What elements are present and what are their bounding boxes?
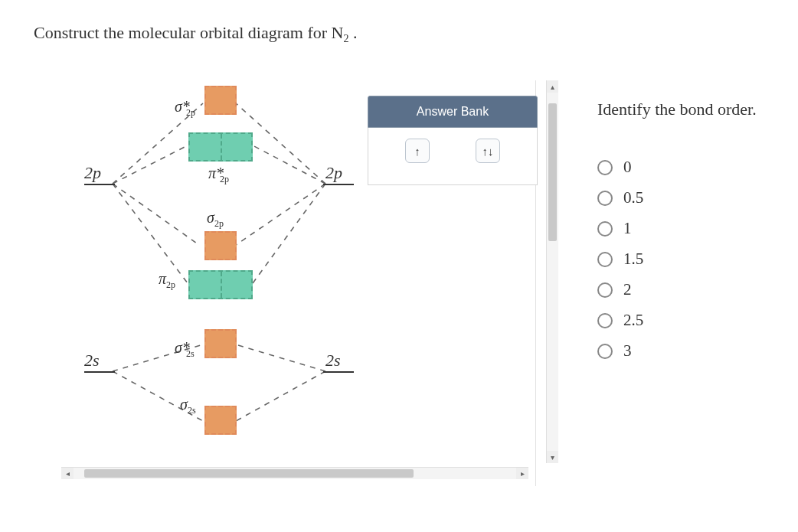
scroll-thumb-h[interactable]	[84, 469, 414, 478]
answer-bank-title: Answer Bank	[368, 96, 538, 128]
bond-order-option[interactable]: 0	[597, 158, 757, 177]
option-label: 2	[623, 280, 632, 299]
answer-bank: Answer Bank ↑ ↑↓	[368, 96, 538, 185]
label-sigma2p: σ2p	[207, 209, 224, 230]
label-sigma2s-star: σ*2s	[175, 339, 195, 360]
option-label: 3	[623, 341, 632, 361]
slot-pi2p-star[interactable]	[188, 132, 253, 162]
scroll-thumb-v[interactable]	[548, 103, 557, 241]
svg-line-1	[113, 145, 188, 184]
bond-order-option[interactable]: 0.5	[597, 188, 757, 207]
option-label: 0.5	[623, 188, 643, 207]
radio-icon	[597, 344, 613, 359]
radio-icon	[597, 313, 613, 328]
slot-pi2p[interactable]	[188, 270, 253, 299]
svg-line-5	[253, 145, 325, 184]
svg-line-2	[113, 184, 199, 245]
ao-label-right-2s: 2s	[325, 351, 341, 370]
ao-line-right-2s	[323, 371, 354, 373]
scroll-down-icon[interactable]: ▾	[547, 451, 558, 463]
radio-icon	[597, 252, 613, 267]
slot-sigma2p-star[interactable]	[204, 86, 237, 115]
scroll-left-icon[interactable]: ◂	[61, 468, 74, 479]
option-label: 0	[623, 158, 632, 177]
electron-chip-pair[interactable]: ↑↓	[476, 139, 500, 163]
bond-order-prompt: Identify the bond order.	[597, 100, 757, 119]
bond-order-option[interactable]: 1.5	[597, 250, 757, 269]
radio-icon	[597, 282, 613, 298]
svg-line-10	[236, 344, 325, 371]
ao-line-left-2s	[84, 371, 115, 373]
label-sigma2s: σ2s	[180, 396, 196, 416]
slot-sigma2s[interactable]	[204, 406, 237, 435]
question-text: Construct the molecular orbital diagram …	[34, 23, 357, 45]
option-label: 1	[623, 219, 632, 238]
svg-line-7	[253, 184, 325, 283]
ao-line-left-2p	[84, 184, 115, 185]
radio-icon	[597, 191, 613, 206]
bond-order-option[interactable]: 2.5	[597, 311, 757, 330]
ao-label-left-2p: 2p	[84, 163, 101, 183]
svg-line-6	[236, 184, 325, 245]
option-label: 2.5	[623, 311, 643, 330]
ao-line-right-2p	[323, 184, 354, 185]
label-sigma2p-star: σ*2p	[175, 98, 195, 119]
bond-order-option[interactable]: 1	[597, 219, 757, 238]
scroll-up-icon[interactable]: ▴	[547, 80, 558, 93]
option-label: 1.5	[623, 250, 643, 269]
svg-line-11	[236, 371, 325, 421]
svg-line-3	[113, 184, 188, 283]
electron-chip-up[interactable]: ↑	[405, 139, 430, 163]
answer-bank-body: ↑ ↑↓	[368, 128, 538, 185]
label-pi2p: π2p	[159, 270, 175, 291]
scroll-right-icon[interactable]: ▸	[516, 468, 528, 479]
label-pi2p-star: π*2p	[208, 165, 229, 185]
radio-icon	[597, 160, 613, 175]
radio-icon	[597, 221, 613, 237]
horizontal-scrollbar[interactable]: ◂ ▸	[61, 467, 528, 479]
bond-order-panel: Identify the bond order. 00.511.522.53	[597, 100, 757, 372]
ao-label-left-2s: 2s	[84, 351, 100, 370]
vertical-scrollbar[interactable]: ▴ ▾	[546, 80, 558, 463]
slot-sigma2p[interactable]	[204, 231, 237, 260]
bond-order-option[interactable]: 3	[597, 341, 757, 361]
bond-order-option[interactable]: 2	[597, 280, 757, 299]
slot-sigma2s-star[interactable]	[204, 329, 237, 358]
ao-label-right-2p: 2p	[325, 163, 342, 183]
bond-order-options: 00.511.522.53	[597, 158, 757, 361]
